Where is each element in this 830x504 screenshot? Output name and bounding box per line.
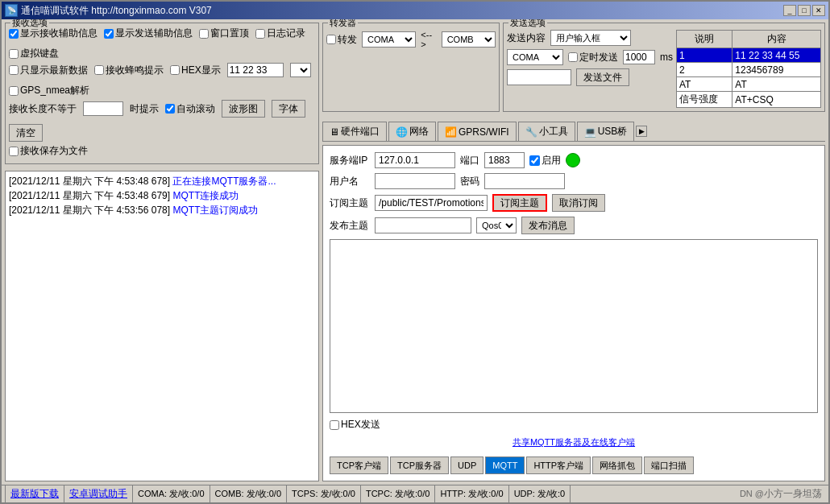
enable-checkbox[interactable]: 启用 — [529, 154, 561, 167]
table-row[interactable]: AT AT — [677, 77, 821, 92]
window-top-checkbox[interactable]: 窗口置顶 — [199, 27, 249, 40]
show-send-aux-label: 显示发送辅助信息 — [115, 27, 193, 40]
enable-input[interactable] — [529, 155, 540, 166]
hardware-port-icon: 🖥 — [330, 126, 339, 138]
password-input[interactable] — [484, 173, 565, 189]
recv-beep-input[interactable] — [94, 65, 104, 75]
font-button[interactable]: 字体 — [272, 100, 305, 118]
server-ip-input[interactable] — [375, 152, 455, 168]
tab-http-client[interactable]: HTTP客户端 — [526, 456, 591, 474]
forwarder-title: 转发器 — [328, 19, 358, 29]
minimize-button[interactable]: _ — [783, 5, 796, 16]
unsubscribe-button[interactable]: 取消订阅 — [552, 194, 605, 212]
only-latest-checkbox[interactable]: 只显示最新数据 — [9, 64, 88, 77]
app-icon: 📡 — [5, 4, 18, 17]
tab-usb-bridge[interactable]: 💻 USB桥 — [577, 122, 635, 141]
timed-send-checkbox[interactable]: 定时发送 — [568, 51, 618, 64]
table-row[interactable]: 信号强度 AT+CSQ — [677, 92, 821, 108]
hex-select[interactable] — [290, 63, 311, 77]
android-link[interactable]: 安卓调试助手 — [69, 487, 127, 501]
tabs-nav-right[interactable]: ▶ — [636, 126, 647, 137]
close-button[interactable]: ✕ — [812, 5, 825, 16]
forward-checkbox[interactable]: 转发 — [326, 33, 357, 47]
virtual-kb-checkbox[interactable]: 虚拟键盘 — [9, 47, 59, 60]
username-input[interactable] — [375, 173, 455, 189]
tab-tcp-client[interactable]: TCP客户端 — [330, 456, 388, 474]
show-send-aux-input[interactable] — [104, 29, 114, 39]
hardware-port-label: 硬件端口 — [341, 125, 380, 138]
virtual-kb-input[interactable] — [9, 49, 19, 59]
password-label: 密码 — [460, 175, 479, 188]
timed-ms-input[interactable] — [623, 50, 655, 64]
tab-port-scan[interactable]: 端口扫描 — [644, 456, 694, 474]
hex-send-input[interactable] — [330, 420, 339, 430]
wave-button[interactable]: 波形图 — [222, 100, 265, 118]
gps-nmea-checkbox[interactable]: GPS_nmea解析 — [9, 84, 89, 97]
log-text-3: MQTT主题订阅成功 — [172, 204, 258, 216]
timed-send-input[interactable] — [568, 52, 578, 62]
port-input[interactable] — [484, 152, 525, 168]
tab-tools[interactable]: 🔧 小工具 — [518, 122, 575, 141]
auto-scroll-checkbox[interactable]: 自动滚动 — [165, 102, 215, 116]
port-a-select[interactable]: COMA — [362, 31, 416, 48]
recv-beep-checkbox[interactable]: 接收蜂鸣提示 — [94, 64, 164, 77]
options-row-2: 只显示最新数据 接收蜂鸣提示 HEX显示 — [9, 63, 315, 97]
tab-udp[interactable]: UDP — [450, 456, 483, 474]
hex-display-input[interactable] — [170, 65, 180, 75]
send-file-button[interactable]: 发送文件 — [576, 68, 629, 86]
send-port-select[interactable]: COMA — [507, 49, 563, 65]
right-panel: 转发器 转发 COMA <--> COMB — [322, 23, 825, 481]
show-send-aux-checkbox[interactable]: 显示发送辅助信息 — [104, 27, 193, 40]
publish-topic-input[interactable] — [375, 217, 471, 233]
only-latest-input[interactable] — [9, 65, 19, 75]
tab-network-capture[interactable]: 网络抓包 — [592, 456, 642, 474]
tab-tcp-server[interactable]: TCP服务器 — [390, 456, 449, 474]
table-header-desc: 说明 — [677, 31, 732, 48]
send-content-select[interactable]: 用户输入框 — [550, 30, 631, 46]
forwarder-row: 转发 COMA <--> COMB — [326, 30, 496, 49]
log-checkbox[interactable]: 日志记录 — [255, 27, 305, 40]
recv-length-input[interactable] — [83, 101, 123, 116]
maximize-button[interactable]: □ — [798, 5, 811, 16]
gprs-wifi-label: GPRS/WIFI — [459, 126, 509, 138]
tab-mqtt[interactable]: MQTT — [485, 456, 525, 474]
table-row[interactable]: 2 123456789 — [677, 63, 821, 77]
android-link-item[interactable]: 安卓调试助手 — [64, 485, 133, 502]
options-row-3: 接收长度不等于 时提示 自动滚动 波形图 字体 清空 — [9, 100, 315, 142]
subscribe-topic-input[interactable] — [375, 195, 488, 211]
hex-send-checkbox[interactable]: HEX发送 — [330, 418, 380, 432]
table-row[interactable]: 1 11 22 33 44 55 — [677, 48, 821, 63]
share-link[interactable]: 共享MQTT服务器及在线客户端 — [513, 437, 635, 447]
connection-status-dot — [566, 153, 580, 167]
table-header-content: 内容 — [732, 31, 821, 48]
ms-label: ms — [660, 52, 673, 63]
log-input[interactable] — [255, 29, 265, 39]
update-link[interactable]: 最新版下载 — [10, 487, 59, 501]
update-link-item[interactable]: 最新版下载 — [5, 485, 64, 502]
send-port-row: COMA 定时发送 ms — [507, 49, 673, 65]
qos-select[interactable]: Qos0 — [476, 217, 517, 233]
table-cell-content: AT+CSQ — [732, 92, 821, 108]
publish-button[interactable]: 发布消息 — [521, 217, 575, 234]
tab-network[interactable]: 🌐 网络 — [388, 122, 436, 141]
clear-button[interactable]: 清空 — [9, 124, 43, 142]
show-recv-aux-input[interactable] — [9, 29, 19, 39]
save-file-input[interactable] — [9, 147, 19, 156]
window-top-input[interactable] — [199, 29, 209, 39]
port-b-select[interactable]: COMB — [442, 31, 496, 48]
auto-scroll-input[interactable] — [165, 104, 175, 114]
send-controls: 发送内容 用户输入框 COMA — [507, 30, 673, 108]
mqtt-message-area[interactable] — [330, 239, 818, 413]
hex-display-checkbox[interactable]: HEX显示 — [170, 64, 221, 77]
gps-nmea-input[interactable] — [9, 86, 19, 96]
subscribe-button[interactable]: 订阅主题 — [492, 194, 547, 212]
send-input[interactable] — [507, 69, 571, 85]
send-content-row: 发送内容 用户输入框 — [507, 30, 673, 46]
save-file-checkbox[interactable]: 接收保存为文件 — [9, 144, 88, 158]
forward-input[interactable] — [326, 35, 336, 44]
tab-gprs-wifi[interactable]: 📶 GPRS/WIFI — [438, 122, 517, 141]
hex-send-label: HEX发送 — [341, 418, 380, 432]
hex-input[interactable] — [227, 63, 284, 77]
tcps-status: TCPS: 发/收:0/0 — [287, 485, 361, 502]
tab-hardware-port[interactable]: 🖥 硬件端口 — [322, 122, 387, 141]
